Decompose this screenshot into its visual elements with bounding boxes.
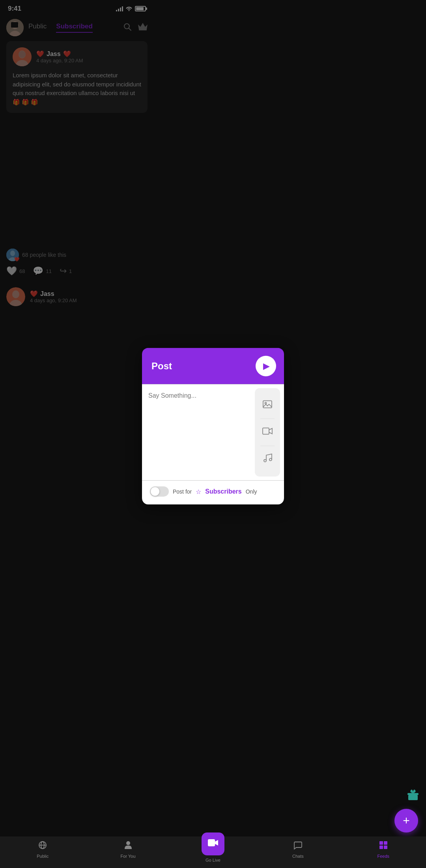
modal-overlay[interactable] bbox=[0, 0, 154, 313]
